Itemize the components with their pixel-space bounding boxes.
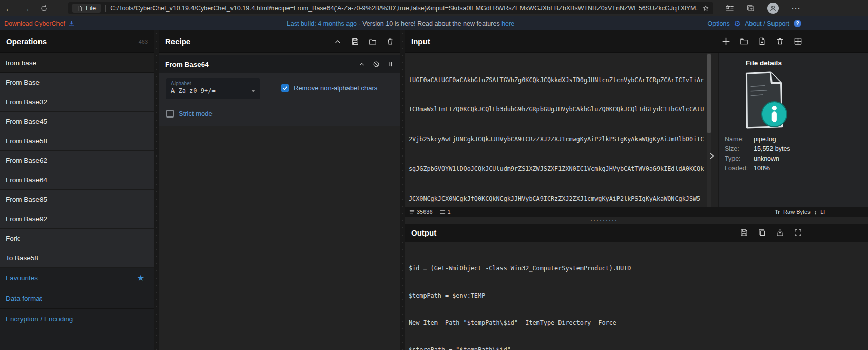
collections-icon[interactable]: [746, 4, 755, 13]
recipe-header-icons: [334, 37, 394, 46]
operation-list-item[interactable]: From Base62: [0, 151, 154, 170]
category-encryption-encoding[interactable]: Encryption / Encoding: [0, 309, 154, 329]
strict-mode-label: Strict mode: [179, 110, 213, 118]
output-line: $tempPath = $env:TEMP: [409, 291, 868, 301]
operation-list-item[interactable]: From Base92: [0, 209, 154, 229]
char-count-icon: [409, 209, 415, 215]
operation-card-body: Alphabet A-Za-z0-9+/= Remove non-alphabe…: [159, 73, 400, 126]
splitter-grip-dots: ·········: [590, 219, 618, 222]
file-loaded-label: Loaded:: [725, 164, 754, 173]
collapse-args-icon[interactable]: [334, 37, 342, 46]
scrollbar-thumb[interactable]: [707, 54, 711, 133]
search-operations-input[interactable]: [0, 53, 154, 72]
more-options-icon[interactable]: ⋯: [791, 6, 800, 11]
help-icon[interactable]: ?: [794, 20, 801, 27]
load-recipe-icon[interactable]: [369, 37, 377, 46]
favourites-star-icon[interactable]: ★: [137, 273, 144, 283]
last-build-link[interactable]: Last build: 4 months ago: [287, 20, 357, 27]
url-text[interactable]: C:/Tools/CyberChef_v10.19.4/CyberChef_v1…: [110, 5, 698, 12]
bookmark-icon[interactable]: [702, 5, 709, 12]
save-recipe-icon[interactable]: [351, 37, 359, 46]
options-link[interactable]: Options: [708, 20, 730, 27]
forward-icon[interactable]: →: [17, 4, 35, 13]
eol-updown-icon[interactable]: ↕: [814, 209, 817, 215]
save-output-icon[interactable]: [740, 228, 748, 237]
user-avatar[interactable]: [767, 3, 779, 14]
line-count-value: 1: [448, 209, 451, 215]
about-support-link[interactable]: About / Support: [745, 20, 789, 27]
remove-non-alphabet-checkbox[interactable]: Remove non-alphabet chars: [281, 84, 377, 92]
add-input-icon[interactable]: [722, 37, 730, 46]
operation-list-item[interactable]: To Base58: [0, 248, 154, 268]
chip-separator: [105, 5, 106, 12]
open-folder-icon[interactable]: [740, 37, 748, 46]
clear-recipe-icon[interactable]: [386, 37, 394, 46]
file-details-title: File details: [719, 53, 809, 67]
gear-icon[interactable]: ⚙: [734, 20, 741, 27]
input-scrollbar[interactable]: [707, 53, 711, 207]
back-icon[interactable]: ←: [0, 4, 17, 13]
open-file-icon[interactable]: [758, 37, 766, 46]
reset-layout-icon[interactable]: [794, 37, 802, 46]
address-bar[interactable]: File C:/Tools/CyberChef_v10.19.4/CyberCh…: [68, 2, 713, 14]
chevron-up-icon[interactable]: [358, 61, 365, 68]
operation-list-item[interactable]: From Base45: [0, 112, 154, 131]
clear-io-icon[interactable]: [776, 37, 784, 46]
alphabet-value: A-Za-z0-9+/=: [171, 87, 255, 94]
operations-count: 463: [139, 38, 148, 45]
operation-list-item[interactable]: From Base: [0, 73, 154, 92]
input-line: JCX0NCgkJCX0NCgkJfQ0KCQkNCgkJJHVybCA9ICR…: [409, 194, 706, 204]
operations-recipe-splitter[interactable]: [154, 30, 159, 350]
output-line: New-Item -Path "$tempPath\$id" -ItemType…: [409, 319, 868, 328]
refresh-icon[interactable]: [35, 5, 52, 12]
recipe-io-splitter[interactable]: [400, 30, 405, 350]
operation-card-title[interactable]: From Base64: [159, 55, 400, 73]
recipe-operation-card[interactable]: From Base64 Alphabet A-Za-z0-9+/=: [159, 55, 400, 126]
file-details-collapse-icon[interactable]: [708, 151, 716, 161]
operations-panel: Operations 463 From Base From Base32 Fro…: [0, 30, 154, 350]
file-size-row: Size: 15,552 bytes: [719, 144, 809, 154]
checkbox-checked-icon[interactable]: [281, 84, 289, 92]
operation-card-icons: [358, 61, 394, 68]
breakpoint-icon[interactable]: [387, 61, 394, 68]
category-data-format[interactable]: Data format: [0, 288, 154, 309]
replace-input-icon[interactable]: [776, 228, 784, 237]
operation-list-item[interactable]: From Base85: [0, 190, 154, 209]
remove-non-alphabet-label: Remove non-alphabet chars: [294, 84, 377, 92]
checkbox-unchecked-icon[interactable]: [166, 110, 174, 118]
eol-selector[interactable]: LF: [820, 209, 827, 215]
line-count-group: 1: [440, 209, 451, 215]
operation-list-item[interactable]: From Base58: [0, 131, 154, 151]
browser-toolbar: ← → File C:/Tools/CyberChef_v10.19.4/Cyb…: [0, 0, 868, 16]
io-pane-splitter[interactable]: ·········: [405, 217, 868, 224]
maximize-output-icon[interactable]: [794, 228, 802, 237]
output-line: $id = (Get-WmiObject -Class Win32_Comput…: [409, 264, 868, 274]
file-type-label: Type:: [725, 154, 754, 164]
strict-mode-checkbox[interactable]: Strict mode: [166, 110, 213, 118]
here-link[interactable]: here: [501, 20, 514, 27]
operation-list-item[interactable]: From Base32: [0, 92, 154, 112]
operation-list-item[interactable]: Fork: [0, 229, 154, 248]
alphabet-select[interactable]: Alphabet A-Za-z0-9+/=: [166, 78, 260, 99]
favorites-bar-icon[interactable]: [725, 4, 734, 13]
input-text-area[interactable]: tUGF0aCAtUGF0aCAkbGluZSAtTGVhZg0KCQkJCQk…: [405, 53, 706, 207]
cyberchef-screen: ← → File C:/Tools/CyberChef_v10.19.4/Cyb…: [0, 0, 868, 350]
disable-operation-icon[interactable]: [373, 61, 380, 68]
category-favourites[interactable]: Favourites ★: [0, 268, 154, 288]
banner-right: Options ⚙ About / Support ?: [708, 16, 801, 30]
output-header-icons: [740, 228, 802, 237]
encoding-selector[interactable]: Raw Bytes: [783, 209, 811, 215]
char-count-value: 35636: [417, 209, 433, 215]
character-encoding-icon[interactable]: Tr: [775, 209, 780, 215]
file-type-row: Type: unknown: [719, 154, 809, 164]
file-type-value: unknown: [754, 154, 779, 164]
file-loaded-value: 100%: [754, 164, 770, 173]
input-header: Input: [405, 30, 868, 53]
file-chip[interactable]: File: [72, 4, 101, 13]
recipe-title: Recipe: [165, 37, 190, 46]
input-header-icons: [722, 37, 802, 46]
browser-action-icons: ⋯: [725, 0, 800, 16]
operation-list-item[interactable]: From Base64: [0, 170, 154, 190]
document-icon: [76, 5, 83, 12]
copy-output-icon[interactable]: [758, 228, 766, 237]
